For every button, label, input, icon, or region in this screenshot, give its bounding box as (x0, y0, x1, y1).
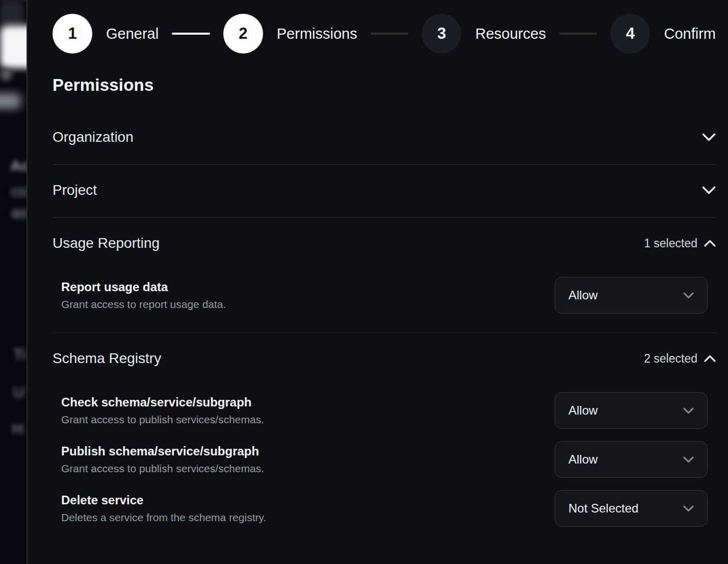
sidebar-blurred-icon (0, 1, 23, 25)
permission-title: Delete service (61, 493, 266, 507)
step-permissions[interactable]: 2 Permissions (223, 14, 357, 54)
sidebar-blurred-text: as (11, 204, 28, 221)
permission-row-check-schema: Check schema/service/subgraph Grant acce… (53, 392, 716, 429)
chevron-down-icon (683, 407, 694, 414)
section-schema-registry-header[interactable]: Schema Registry 2 selected (53, 350, 716, 367)
permission-description: Grant access to publish services/schemas… (61, 414, 264, 426)
section-project-header[interactable]: Project (53, 182, 716, 198)
sidebar-blurred-dot (0, 68, 12, 81)
step-label: General (106, 25, 159, 42)
chevron-down-icon (702, 133, 716, 142)
sidebar-blurred-text: co (11, 183, 28, 200)
permission-description: Grant access to report usage data. (61, 298, 226, 311)
sidebar-blurred-pill (0, 93, 20, 109)
sidebar-backdrop: Ac co as Ti U H (0, 0, 28, 564)
selected-count-badge: 2 selected (644, 352, 697, 366)
permission-select-check-schema[interactable]: Allow (555, 392, 708, 429)
step-connector-done (172, 33, 210, 35)
section-usage-reporting-header[interactable]: Usage Reporting 1 selected (53, 235, 716, 251)
section-title: Project (53, 182, 97, 198)
select-value: Allow (568, 403, 597, 418)
sidebar-blurred-active-item (0, 25, 28, 68)
select-value: Not Selected (568, 501, 638, 516)
step-resources[interactable]: 3 Resources (422, 14, 546, 54)
chevron-up-icon (704, 240, 716, 247)
step-label: Resources (475, 25, 546, 42)
step-connector (559, 33, 597, 35)
permission-title: Report usage data (61, 280, 226, 294)
step-label: Permissions (277, 25, 357, 42)
sidebar-blurred-text: Ac (10, 157, 28, 174)
permission-row-publish-schema: Publish schema/service/subgraph Grant ac… (53, 441, 716, 478)
permission-title: Check schema/service/subgraph (61, 395, 264, 409)
section-schema-registry: Schema Registry 2 selected Check schema/… (53, 333, 716, 546)
section-project: Project (53, 165, 716, 218)
create-token-modal: 1 General 2 Permissions 3 Resources 4 Co… (29, 0, 728, 564)
permission-row-delete-service: Delete service Deletes a service from th… (53, 490, 716, 527)
chevron-down-icon (683, 292, 694, 299)
step-label: Confirm (664, 25, 716, 42)
section-organization: Organization (53, 112, 716, 165)
chevron-up-icon (704, 355, 716, 362)
select-value: Allow (568, 452, 597, 467)
section-organization-header[interactable]: Organization (53, 129, 716, 145)
chevron-down-icon (683, 505, 694, 512)
chevron-down-icon (702, 186, 716, 195)
permission-select-report-usage-data[interactable]: Allow (555, 277, 708, 314)
page-title: Permissions (53, 75, 716, 95)
sidebar-blurred-text: Ti (13, 346, 25, 363)
permission-description: Deletes a service from the schema regist… (61, 511, 266, 524)
step-number-badge: 2 (223, 14, 263, 54)
section-title: Schema Registry (53, 350, 161, 367)
step-general[interactable]: 1 General (53, 14, 159, 54)
permission-title: Publish schema/service/subgraph (61, 444, 264, 458)
step-number-badge: 1 (53, 14, 92, 54)
section-usage-reporting: Usage Reporting 1 selected Report usage … (53, 218, 716, 333)
chevron-down-icon (683, 456, 694, 463)
step-confirm[interactable]: 4 Confirm (610, 14, 716, 54)
step-number-badge: 3 (422, 14, 461, 54)
section-title: Organization (53, 129, 134, 145)
permission-row-report-usage-data: Report usage data Grant access to report… (53, 277, 716, 314)
step-connector (371, 33, 409, 35)
section-title: Usage Reporting (53, 235, 160, 251)
wizard-stepper: 1 General 2 Permissions 3 Resources 4 Co… (53, 14, 716, 54)
permission-select-delete-service[interactable]: Not Selected (555, 490, 708, 527)
step-number-badge: 4 (610, 14, 650, 54)
permission-select-publish-schema[interactable]: Allow (555, 441, 708, 478)
selected-count-badge: 1 selected (644, 237, 697, 250)
sidebar-blurred-text: U (13, 383, 24, 401)
permission-description: Grant access to publish services/schemas… (61, 463, 264, 475)
sidebar-blurred-text: H (12, 420, 23, 438)
select-value: Allow (568, 288, 597, 302)
